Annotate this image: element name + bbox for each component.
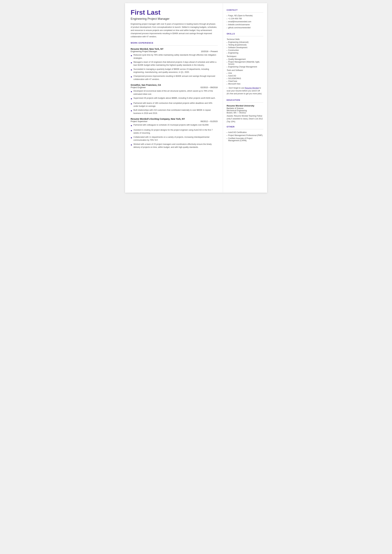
- other-list: •AutoCAD Certification. •Project Managem…: [227, 131, 263, 142]
- job-bullets-0: ●Reduced cycle time by 76% while maintai…: [131, 54, 218, 81]
- edu-awards-0: Awards: Resume Worded Teaching Fellow (o…: [227, 114, 263, 123]
- job-role-1: Project Engineer: [131, 86, 146, 89]
- list-item: •Engineering: [227, 52, 263, 54]
- rw-note: • Don't forget to use Resume Worded to s…: [227, 87, 263, 95]
- job-bullets-2: ●Partnered with colleagues to schedule 1…: [131, 124, 218, 149]
- edu-degree-0: Bachelor of Science: [227, 107, 263, 109]
- list-item: •Construction: [227, 49, 263, 51]
- bullet-icon: •: [227, 41, 227, 43]
- bullet-icon: ●: [131, 143, 132, 147]
- job-block-2: Resume Worded's Exciting Company, New Yo…: [131, 118, 218, 149]
- bullet-icon: •: [227, 49, 227, 51]
- education-title: EDUCATION: [227, 99, 263, 101]
- list-item: ●Partnered with colleagues to schedule 1…: [131, 124, 218, 128]
- bullet-icon: •: [227, 15, 227, 17]
- bullet-icon: •: [227, 80, 227, 82]
- list-item: ●Championed process improvements resulti…: [131, 75, 218, 81]
- list-item: ●Partnered with teams of 180 contractors…: [131, 102, 218, 108]
- bullet-icon: •: [227, 75, 227, 77]
- list-item: ●Reduced cycle time by 76% while maintai…: [131, 54, 218, 60]
- job-dates-2: 06/2012 – 01/2015: [201, 120, 217, 123]
- bullet-icon: •: [227, 52, 227, 54]
- bullet-icon: •: [227, 134, 227, 136]
- bullet-icon: •: [227, 58, 227, 60]
- list-item: •Software Development: [227, 46, 263, 49]
- job-row-0: Engineering Project Manager 10/2018 – Pr…: [131, 50, 218, 53]
- list-item: •Project Management (Waterfall, Agile, S…: [227, 61, 263, 65]
- list-item: •Fargo, ND (Open to Remote): [227, 14, 263, 17]
- tools-list: •Unix •AutoCAD •SOLIDWORKS •ClearCase •M…: [227, 72, 263, 85]
- contact-title: CONTACT: [227, 9, 263, 11]
- candidate-summary: Engineering project manager with over 8 …: [131, 22, 218, 38]
- company-name-1: Growthsi, San Francisco, CA: [131, 84, 218, 86]
- skill-category-0: Technical Skills:: [227, 38, 263, 40]
- list-item: ●Succeeded in managing a quarterly budge…: [131, 68, 218, 74]
- rw-link[interactable]: Resume Worded: [245, 87, 259, 89]
- bullet-icon: ●: [131, 136, 132, 140]
- job-row-2: Project Supervisor 06/2012 – 01/2015: [131, 120, 218, 123]
- edu-field-0: Mechanical Engineering: [227, 109, 263, 112]
- other-divider: [227, 129, 263, 129]
- bullet-icon: ●: [131, 68, 132, 72]
- other-title: OTHER: [227, 126, 263, 128]
- bullet-icon: ●: [131, 61, 132, 65]
- job-dates-1: 02/2015 – 09/2018: [201, 86, 217, 89]
- job-role-0: Engineering Project Manager: [131, 50, 157, 53]
- bullet-icon: •: [227, 44, 227, 46]
- candidate-job-title: Engineering Project Manager: [131, 17, 218, 21]
- list-item: •SOLIDWORKS: [227, 77, 263, 80]
- work-experience-title: WORK EXPERIENCE: [131, 42, 218, 44]
- bullet-icon: ●: [131, 124, 132, 128]
- resume-container: First Last Engineering Project Manager E…: [125, 3, 267, 193]
- job-dates-0: 10/2018 – Present: [201, 50, 217, 53]
- skills-title: SKILLS: [227, 33, 263, 35]
- list-item: •github.com/resumeworded: [227, 27, 263, 29]
- bullet-icon: ●: [131, 75, 132, 79]
- list-item: ●Managed a team of 19 engineers that del…: [131, 61, 218, 67]
- techniques-list: •Quality Management •Project Management …: [227, 58, 263, 68]
- bullet-icon: •: [227, 132, 227, 133]
- bullet-icon: •: [227, 78, 227, 80]
- list-item: •linkedin.com/in/username: [227, 23, 263, 26]
- list-item: •ClearCase: [227, 80, 263, 82]
- bullet-icon: ●: [131, 102, 132, 106]
- edu-block-0: Resume Worded University Bachelor of Sci…: [227, 105, 263, 123]
- right-column: CONTACT •Fargo, ND (Open to Remote) •+1-…: [223, 3, 267, 193]
- skill-category-1: Techniques:: [227, 55, 263, 57]
- job-role-2: Project Supervisor: [131, 120, 147, 123]
- bullet-icon: •: [227, 66, 227, 68]
- list-item: ●Worked with a team of 23 project manage…: [131, 143, 218, 149]
- list-item: •AutoCAD Certification.: [227, 131, 263, 133]
- bullet-icon: •: [227, 72, 227, 74]
- candidate-name: First Last: [131, 9, 218, 16]
- list-item: ●Assisted in creating 32 project designs…: [131, 129, 218, 135]
- bullet-icon: •: [227, 83, 227, 85]
- bullet-icon: •: [227, 24, 227, 26]
- list-item: •email@resumeworded.com: [227, 21, 263, 23]
- left-column: First Last Engineering Project Manager E…: [125, 3, 223, 193]
- bullet-icon: ●: [131, 90, 132, 94]
- bullet-icon: ●: [131, 129, 132, 133]
- skill-category-2: Tools and Software:: [227, 69, 263, 71]
- bullet-icon: •: [227, 18, 227, 20]
- list-item: ●Built relationships with 210 customers …: [131, 109, 218, 115]
- bullet-icon: •: [227, 61, 227, 63]
- bullet-icon: •: [227, 138, 227, 140]
- list-item: •Quality Management: [227, 58, 263, 60]
- list-item: •+1-234-456-789: [227, 18, 263, 20]
- technical-skills-list: •Engineering (Advanced) •Testing (Experi…: [227, 41, 263, 54]
- list-item: •AutoCAD: [227, 75, 263, 77]
- list-item: •Testing (Experienced): [227, 44, 263, 46]
- list-item: •Certified Associate of Project Manageme…: [227, 137, 263, 142]
- list-item: •Unix: [227, 72, 263, 74]
- bullet-icon: •: [227, 27, 227, 29]
- company-name-0: Resume Worded, New York, NY: [131, 48, 218, 50]
- bullet-icon: ●: [131, 54, 132, 58]
- job-bullets-1: ●Developed 18 economical state-of-the-ar…: [131, 90, 218, 115]
- bullet-icon: •: [227, 47, 227, 49]
- job-block-1: Growthsi, San Francisco, CA Project Engi…: [131, 84, 218, 115]
- job-row-1: Project Engineer 02/2015 – 09/2018: [131, 86, 218, 89]
- company-name-2: Resume Worded's Exciting Company, New Yo…: [131, 118, 218, 120]
- bullet-icon: •: [227, 21, 227, 23]
- list-item: ●Supervised 26 projects with budgets abo…: [131, 97, 218, 101]
